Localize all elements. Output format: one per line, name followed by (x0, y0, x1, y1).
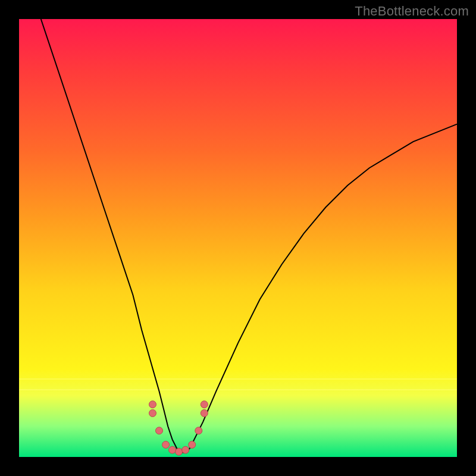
curve-marker (149, 401, 156, 408)
curve-marker (189, 441, 196, 448)
marker-group (149, 401, 208, 456)
curve-marker (182, 446, 189, 453)
bottleneck-curve (41, 19, 457, 453)
curve-overlay (19, 19, 457, 457)
curve-marker (176, 448, 183, 455)
curve-marker (201, 409, 208, 416)
curve-marker (201, 401, 208, 408)
chart-frame: TheBottleneck.com (0, 0, 476, 476)
curve-marker (195, 427, 202, 434)
plot-area (19, 19, 457, 457)
curve-marker (156, 427, 163, 434)
curve-marker (169, 446, 176, 453)
curve-marker (149, 409, 156, 416)
watermark-text: TheBottleneck.com (355, 4, 469, 19)
curve-marker (162, 441, 170, 448)
